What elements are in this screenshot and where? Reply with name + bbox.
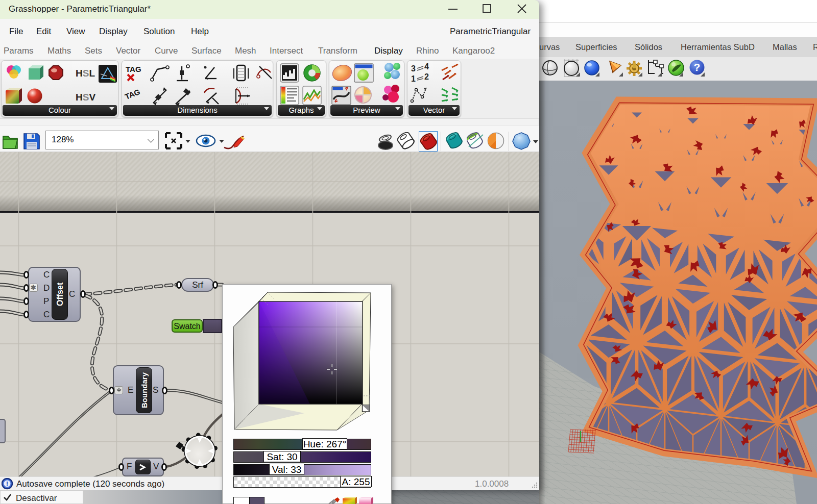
svg-text:3: 3 [411, 64, 416, 73]
svg-text:1: 1 [411, 74, 416, 83]
svg-text:HSL: HSL [76, 68, 95, 79]
svg-text:TAG: TAG [126, 65, 141, 73]
svg-text:!: ! [6, 480, 9, 488]
svg-text:4: 4 [424, 62, 429, 71]
svg-text:2: 2 [424, 72, 429, 81]
svg-text:?: ? [694, 61, 701, 73]
svg-text:HSV: HSV [76, 92, 95, 103]
svg-text:TAG: TAG [124, 87, 141, 101]
